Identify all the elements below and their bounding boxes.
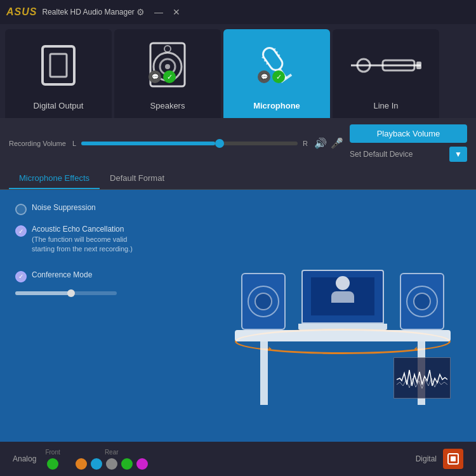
desk-scene: → ← bbox=[222, 227, 463, 405]
tab-speakers[interactable]: 💬 ✓ Speakers bbox=[114, 29, 221, 118]
digital-output-icon bbox=[36, 40, 81, 91]
rear-dot-purple[interactable] bbox=[136, 458, 148, 470]
tab-line-in-icon-area bbox=[348, 29, 424, 101]
right-speaker-cone-inner bbox=[413, 293, 431, 310]
rear-dot-gray[interactable] bbox=[106, 458, 117, 470]
slider-thumb[interactable] bbox=[215, 139, 224, 148]
rear-dot-orange[interactable] bbox=[76, 458, 87, 470]
default-device-dropdown[interactable]: ▼ bbox=[449, 147, 467, 162]
effects-panel: Noise Suppression Acoustic Echo Cancella… bbox=[15, 202, 155, 295]
acoustic-echo-option[interactable]: Acoustic Echo Cancellation (The function… bbox=[15, 224, 155, 255]
waveform-display bbox=[393, 357, 451, 399]
noise-suppression-label: Noise Suppression bbox=[32, 202, 96, 213]
left-speaker-cone-inner bbox=[255, 293, 272, 310]
volume-icons: 🔊 🎤 bbox=[314, 137, 343, 149]
tab-speakers-icon-area: 💬 ✓ bbox=[145, 29, 190, 101]
tab-mic-effects[interactable]: Microphone Effects bbox=[9, 168, 100, 189]
main-content: Noise Suppression Acoustic Echo Cancella… bbox=[0, 190, 476, 442]
acoustic-echo-check[interactable] bbox=[15, 225, 27, 237]
desk-leg-left bbox=[260, 341, 268, 405]
rear-dot-green[interactable] bbox=[121, 458, 133, 470]
conference-slider[interactable] bbox=[15, 291, 117, 295]
speaker-vol-icon[interactable]: 🔊 bbox=[314, 137, 327, 149]
tab-digital-output-label: Digital Output bbox=[34, 101, 84, 110]
mic-vol-icon[interactable]: 🎤 bbox=[331, 137, 343, 149]
front-dot-green[interactable] bbox=[47, 458, 58, 470]
recording-slider-container: L R bbox=[72, 140, 308, 147]
acoustic-echo-label: Acoustic Echo Cancellation bbox=[32, 224, 133, 235]
app-title: Realtek HD Audio Manager bbox=[42, 8, 134, 17]
recording-volume-label-group: Recording Volume bbox=[9, 140, 66, 147]
rear-label: Rear bbox=[105, 449, 119, 456]
rear-dot-blue[interactable] bbox=[91, 458, 102, 470]
laptop-base bbox=[298, 324, 387, 330]
digital-icon-svg bbox=[447, 453, 459, 465]
recording-volume-label: Recording Volume bbox=[9, 140, 66, 147]
title-bar: ASUS Realtek HD Audio Manager ⚙ — ✕ bbox=[0, 0, 476, 24]
microphone-icon bbox=[255, 38, 299, 92]
svg-rect-7 bbox=[261, 46, 285, 73]
svg-point-6 bbox=[164, 46, 171, 52]
waveform-svg bbox=[397, 360, 447, 395]
svg-rect-1 bbox=[50, 54, 67, 77]
conference-slider-fill bbox=[15, 291, 71, 295]
tab-microphone-icon-area: 💬 ✓ bbox=[255, 29, 299, 101]
digital-icon[interactable] bbox=[443, 449, 463, 469]
conference-mode-section: Conference Mode bbox=[15, 270, 155, 295]
tab-line-in[interactable]: Line In bbox=[333, 29, 439, 118]
minimize-button[interactable]: — bbox=[152, 7, 165, 17]
line-in-icon bbox=[348, 53, 424, 78]
settings-icon[interactable]: ⚙ bbox=[135, 7, 147, 17]
conference-mode-label: Conference Mode bbox=[32, 270, 92, 281]
default-device-row: Set Default Device ▼ bbox=[350, 147, 467, 162]
person-head bbox=[336, 276, 350, 290]
conference-slider-track[interactable] bbox=[15, 291, 117, 295]
title-bar-logo: ASUS Realtek HD Audio Manager bbox=[6, 6, 135, 18]
recording-volume-slider[interactable] bbox=[81, 142, 298, 145]
right-speaker-illustration bbox=[400, 273, 444, 330]
volume-section: Recording Volume L R 🔊 🎤 Playback Volume… bbox=[0, 118, 476, 168]
slider-fill bbox=[81, 142, 215, 145]
conference-mode-check[interactable] bbox=[15, 271, 27, 282]
microphone-badges: 💬 ✓ bbox=[258, 70, 285, 83]
tab-bar: Digital Output 💬 ✓ Speakers bbox=[0, 24, 476, 118]
person-body bbox=[331, 291, 354, 303]
bottom-bar: Analog Front Rear Digital bbox=[0, 442, 476, 476]
speakers-badges: 💬 ✓ bbox=[149, 70, 176, 83]
noise-suppression-option[interactable]: Noise Suppression bbox=[15, 202, 155, 215]
laptop-illustration bbox=[301, 270, 384, 330]
svg-rect-21 bbox=[451, 456, 456, 461]
person-on-screen bbox=[331, 276, 354, 303]
front-label: Front bbox=[45, 449, 60, 456]
tab-digital-output-icon-area bbox=[36, 29, 81, 101]
desk-surface bbox=[235, 330, 451, 341]
acoustic-echo-sublabel: (The function will become validstarting … bbox=[32, 235, 133, 255]
slider-left-label: L bbox=[72, 140, 76, 147]
tab-speakers-label: Speakers bbox=[150, 101, 185, 110]
default-device-label: Set Default Device bbox=[350, 150, 449, 159]
volume-right-panel: Playback Volume Set Default Device ▼ bbox=[350, 124, 467, 162]
tab-microphone[interactable]: 💬 ✓ Microphone bbox=[223, 29, 330, 118]
left-speaker-illustration bbox=[241, 273, 286, 330]
close-button[interactable]: ✕ bbox=[170, 7, 183, 17]
digital-label: Digital bbox=[416, 454, 437, 463]
svg-rect-19 bbox=[416, 62, 421, 69]
main-window: ASUS Realtek HD Audio Manager ⚙ — ✕ Digi… bbox=[0, 0, 476, 476]
slider-right-label: R bbox=[303, 140, 308, 147]
tab-microphone-label: Microphone bbox=[253, 101, 300, 110]
tab-digital-output[interactable]: Digital Output bbox=[5, 29, 112, 118]
conference-mode-option[interactable]: Conference Mode bbox=[15, 270, 155, 282]
conference-slider-thumb[interactable] bbox=[67, 289, 75, 297]
tab-default-format[interactable]: Default Format bbox=[100, 168, 175, 189]
rear-group: Rear bbox=[76, 449, 148, 470]
playback-volume-button[interactable]: Playback Volume bbox=[350, 124, 467, 143]
speakers-chat-badge: 💬 bbox=[149, 70, 161, 83]
svg-rect-0 bbox=[43, 46, 74, 84]
asus-logo: ASUS bbox=[6, 6, 37, 18]
tab-line-in-label: Line In bbox=[373, 101, 398, 110]
noise-suppression-check[interactable] bbox=[15, 204, 27, 215]
left-speaker-cone-outer bbox=[248, 286, 279, 317]
title-bar-controls: ⚙ — ✕ bbox=[135, 7, 183, 17]
laptop-screen bbox=[301, 270, 384, 324]
desk-illustration: → ← bbox=[209, 190, 476, 442]
